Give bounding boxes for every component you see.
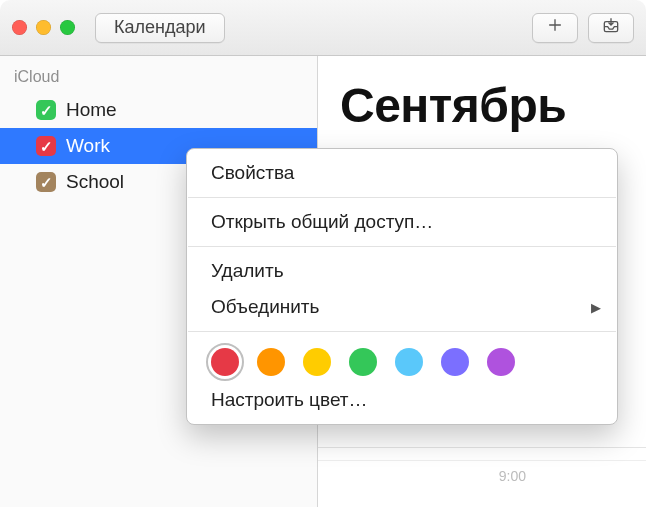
color-swatch[interactable] <box>395 348 423 376</box>
color-swatch[interactable] <box>349 348 377 376</box>
inbox-button[interactable] <box>588 13 634 43</box>
month-title: Сентябрь <box>318 56 646 133</box>
calendar-name-label: Home <box>66 99 117 121</box>
add-button[interactable] <box>532 13 578 43</box>
chevron-right-icon: ▶ <box>591 300 601 315</box>
sidebar-section-header: iCloud <box>0 64 317 92</box>
time-grid: 9:00 <box>318 447 646 507</box>
color-swatch[interactable] <box>211 348 239 376</box>
menu-item-custom-color[interactable]: Настроить цвет… <box>187 382 617 418</box>
color-swatch[interactable] <box>257 348 285 376</box>
color-swatch[interactable] <box>487 348 515 376</box>
color-swatch[interactable] <box>441 348 469 376</box>
window-close-button[interactable] <box>12 20 27 35</box>
window-zoom-button[interactable] <box>60 20 75 35</box>
menu-separator <box>188 246 616 247</box>
calendar-checkbox[interactable]: ✓ <box>36 136 56 156</box>
calendar-checkbox[interactable]: ✓ <box>36 172 56 192</box>
menu-item-delete[interactable]: Удалить <box>187 253 617 289</box>
menu-separator <box>188 197 616 198</box>
traffic-lights <box>12 20 75 35</box>
menu-item-share[interactable]: Открыть общий доступ… <box>187 204 617 240</box>
calendar-name-label: School <box>66 171 124 193</box>
time-label: 9:00 <box>499 468 526 484</box>
menu-item-merge[interactable]: Объединить ▶ <box>187 289 617 325</box>
calendars-button[interactable]: Календари <box>95 13 225 43</box>
window-minimize-button[interactable] <box>36 20 51 35</box>
toolbar: Календари <box>0 0 646 56</box>
inbox-icon <box>601 15 621 40</box>
color-swatch-row <box>187 338 617 382</box>
sidebar-item-home[interactable]: ✓Home <box>0 92 317 128</box>
menu-item-properties[interactable]: Свойства <box>187 155 617 191</box>
calendar-name-label: Work <box>66 135 110 157</box>
calendar-checkbox[interactable]: ✓ <box>36 100 56 120</box>
menu-separator <box>188 331 616 332</box>
color-swatch[interactable] <box>303 348 331 376</box>
plus-icon <box>545 15 565 40</box>
calendars-button-label: Календари <box>114 17 206 38</box>
context-menu: Свойства Открыть общий доступ… Удалить О… <box>186 148 618 425</box>
